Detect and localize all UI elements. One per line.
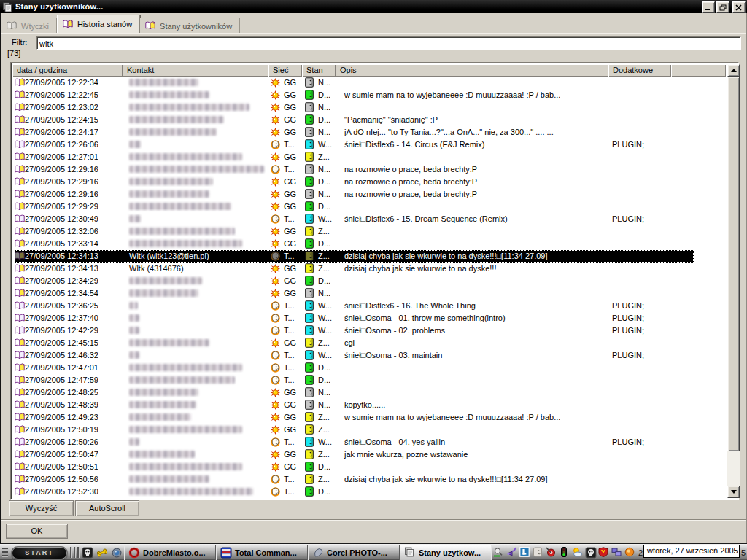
filter-input[interactable]: [36, 36, 741, 50]
row-datetime: 27/09/2005 12:24:15: [25, 115, 98, 124]
magnifier-icon[interactable]: [493, 547, 503, 557]
table-row[interactable]: 27/09/2005 12:29:29GGD...: [12, 201, 726, 213]
skull-icon[interactable]: [585, 547, 595, 557]
table-row[interactable]: 27/09/2005 12:48:25GGN...: [12, 386, 726, 399]
start-button[interactable]: START: [11, 546, 68, 560]
log-note-icon: [15, 227, 25, 236]
table-row[interactable]: 27/09/2005 12:52:30T...D...: [12, 486, 726, 498]
blurred-contact: [129, 79, 198, 86]
skull-icon[interactable]: [82, 547, 93, 559]
blurred-contact: [129, 389, 198, 396]
blurred-contact: [129, 228, 235, 235]
blurred-contact: [129, 376, 235, 384]
blurred-contact: [129, 91, 209, 98]
taskbar-task-3[interactable]: Corel PHOTO-...: [308, 545, 400, 560]
table-row[interactable]: 27/09/2005 12:50:26T...W...śnieł□Osoma -…: [12, 436, 726, 448]
table-row[interactable]: 27/09/2005 12:23:02GGN...: [12, 101, 726, 114]
table-row[interactable]: 27/09/2005 12:50:56T...Z...dzisiaj chyba…: [12, 473, 726, 486]
taskbar-task-4[interactable]: Stany uzytkow...: [400, 545, 492, 560]
close-button[interactable]: [732, 1, 746, 13]
table-row[interactable]: 27/09/2005 12:34:13Wltk (4314676)GGZ...d…: [12, 262, 726, 275]
scrollbar-thumb[interactable]: [727, 77, 740, 451]
row-description: śnieł□Disflex6 - 16. The Whole Thing: [344, 301, 476, 310]
table-row[interactable]: 27/09/2005 12:26:06T...W...śnieł□Disflex…: [12, 139, 726, 151]
scroll-up-button[interactable]: [727, 64, 740, 77]
table-row[interactable]: 27/09/2005 12:22:34GGN...: [12, 77, 726, 89]
table-row[interactable]: 27/09/2005 12:34:54GGN...: [12, 287, 726, 300]
tab-historia-stanow[interactable]: Historia stanów: [57, 15, 140, 34]
blurred-contact: [129, 178, 213, 185]
table-row[interactable]: 27/09/2005 12:50:51GGD...: [12, 461, 726, 473]
clear-button[interactable]: Wyczyść: [9, 500, 74, 516]
minimize-button[interactable]: [702, 1, 715, 13]
taskbar-task-1[interactable]: DobreMiasto.o...: [124, 545, 216, 560]
column-header-Dodatkowe[interactable]: Dodatkowe: [608, 64, 671, 77]
table-row[interactable]: 27/09/2005 12:24:15GGD..."Pacmanię" "śni…: [12, 114, 726, 126]
table-row[interactable]: 27/09/2005 12:50:19GGZ...: [12, 424, 726, 436]
fireball-icon[interactable]: [624, 547, 635, 557]
table-row[interactable]: 27/09/2005 12:37:40T...W...śnieł□Osoma -…: [12, 312, 726, 324]
table-row[interactable]: 27/09/2005 12:32:06GGZ...: [12, 225, 726, 238]
row-description: śnieł□Osoma - 02. problems: [344, 326, 445, 335]
tlen-icon[interactable]: [519, 547, 530, 557]
restore-button[interactable]: [716, 1, 729, 13]
table-row[interactable]: 27/09/2005 12:29:16GGD...na rozmowie o p…: [12, 176, 726, 188]
table-row[interactable]: 27/09/2005 12:29:16GGN...na rozmowie o p…: [12, 188, 726, 201]
row-extra: PLUGIN;: [612, 326, 644, 335]
table-row[interactable]: 27/09/2005 12:46:32T...W...śnieł□Osoma -…: [12, 349, 726, 362]
scroll-down-button[interactable]: [727, 486, 740, 498]
horn-icon[interactable]: [506, 547, 516, 557]
table-row[interactable]: 27/09/2005 12:27:01GGZ...: [12, 151, 726, 163]
row-datetime: 27/09/2005 12:50:19: [25, 425, 98, 434]
status-history-list: data / godzinaKontaktSiećStanOpisDodatko…: [10, 62, 739, 500]
table-row[interactable]: 27/09/2005 12:30:49T...W...śnieł□Disflex…: [12, 213, 726, 225]
table-row[interactable]: 27/09/2005 12:45:15GGZ...cgi: [12, 337, 726, 349]
table-row[interactable]: 27/09/2005 12:50:47GGZ...jak mnie wkurza…: [12, 448, 726, 461]
tab-wtyczki[interactable]: Wtyczki: [1, 18, 57, 34]
row-datetime: 27/09/2005 12:50:47: [25, 450, 98, 459]
table-row[interactable]: 27/09/2005 12:24:17GGN...jA dO nIej... "…: [12, 126, 726, 139]
orb-icon[interactable]: [111, 547, 123, 559]
table-row[interactable]: 27/09/2005 12:48:39GGN...kopytko......: [12, 399, 726, 411]
row-datetime: 27/09/2005 12:32:06: [25, 227, 98, 236]
table-row[interactable]: 27/09/2005 12:22:45GGD...w sumie mam na …: [12, 89, 726, 101]
tlen-face-icon: [271, 376, 280, 385]
column-header-data / godzina[interactable]: data / godzina: [12, 64, 123, 77]
bone-icon[interactable]: [96, 547, 108, 559]
table-row[interactable]: 27/09/2005 12:36:25T...W...śnieł□Disflex…: [12, 300, 726, 312]
row-network: T...: [284, 376, 295, 384]
table-row[interactable]: 27/09/2005 12:42:29T...W...śnieł□Osoma -…: [12, 324, 726, 337]
network-icon[interactable]: [611, 547, 622, 557]
dart-icon[interactable]: [546, 547, 556, 557]
traffic-light-icon[interactable]: [559, 547, 569, 557]
vertical-scrollbar[interactable]: [727, 64, 740, 498]
ok-button[interactable]: OK: [6, 524, 68, 539]
blurred-contact: [129, 116, 224, 123]
table-row[interactable]: 27/09/2005 12:29:16T...N...na rozmowie o…: [12, 163, 726, 176]
column-header-Stan[interactable]: Stan: [302, 64, 336, 77]
table-row[interactable]: 27/09/2005 12:33:14GGD...: [12, 238, 726, 250]
taskbar-grip[interactable]: [2, 548, 8, 557]
table-row[interactable]: 27/09/2005 12:47:59T...D...: [12, 374, 726, 386]
table-row[interactable]: 27/09/2005 12:34:13Wltk (wltk123@tlen.pl…: [12, 250, 726, 262]
shield-icon[interactable]: [598, 547, 608, 557]
autoscroll-button[interactable]: AutoScroll: [75, 500, 139, 516]
pale-face-icon[interactable]: [533, 547, 543, 557]
row-datetime: 27/09/2005 12:50:56: [25, 475, 98, 483]
weather-icon[interactable]: [572, 547, 582, 557]
table-row[interactable]: 27/09/2005 12:49:23GGZ...w sumie mam na …: [12, 411, 726, 424]
column-header-Opis[interactable]: Opis: [336, 64, 608, 77]
row-datetime: 27/09/2005 12:22:34: [25, 78, 98, 87]
row-description: cgi: [344, 338, 355, 347]
row-datetime: 27/09/2005 12:37:40: [25, 314, 98, 322]
row-description: na rozmowie o prace, beda brechty:P: [344, 190, 477, 198]
row-contact: [129, 400, 196, 408]
column-header-Sieć[interactable]: Sieć: [268, 64, 302, 77]
table-row[interactable]: 27/09/2005 12:34:29GGD...: [12, 275, 726, 287]
status-face-icon: [305, 313, 314, 323]
column-header-blank[interactable]: [671, 64, 726, 77]
column-header-Kontakt[interactable]: Kontakt: [123, 64, 268, 77]
taskbar-task-2[interactable]: Total Comman...: [216, 545, 308, 560]
tab-stany-uzytkownikow[interactable]: Stany użytkowników: [140, 18, 240, 34]
table-row[interactable]: 27/09/2005 12:47:01T...D...: [12, 362, 726, 374]
